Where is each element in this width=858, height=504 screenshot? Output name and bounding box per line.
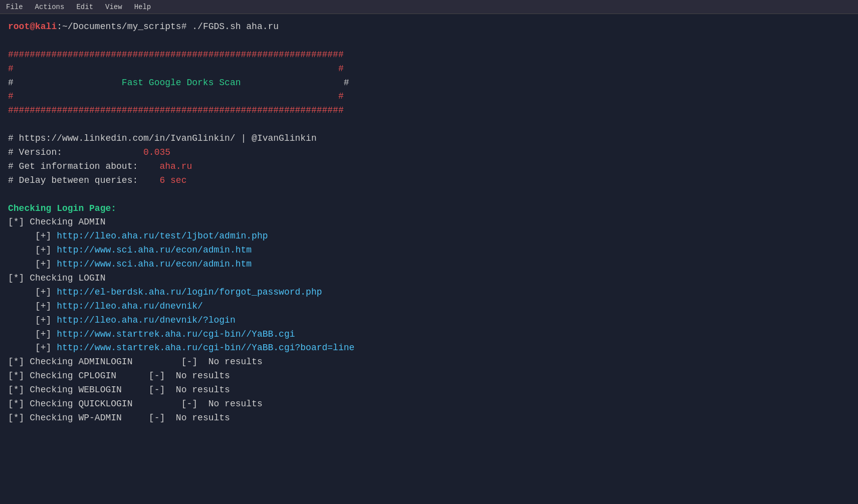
section-header: Checking Login Page: [8, 202, 850, 216]
menu-edit[interactable]: Edit [74, 2, 95, 12]
prompt-line: root@kali:~/Documents/my_scripts# ./FGDS… [8, 20, 850, 34]
spacer-1 [8, 34, 850, 48]
hash-line-1: # # [8, 62, 850, 76]
prompt-path: :~/Documents/my_scripts [57, 22, 181, 32]
result-login-3: [+] http://lleo.aha.ru/dnevnik/?login [8, 314, 850, 328]
check-wpadmin: [*] Checking WP-ADMIN [-] No results [8, 411, 850, 425]
check-quicklogin: [*] Checking QUICKLOGIN [-] No results [8, 397, 850, 411]
border-bottom: ########################################… [8, 104, 850, 118]
result-login-4: [+] http://www.startrek.aha.ru/cgi-bin//… [8, 328, 850, 342]
menu-view[interactable]: View [103, 2, 124, 12]
hash-line-2: # # [8, 90, 850, 104]
spacer-2 [8, 118, 850, 132]
result-login-1: [+] http://el-berdsk.aha.ru/login/forgot… [8, 286, 850, 300]
menubar: File Actions Edit View Help [0, 0, 858, 14]
check-adminlogin: [*] Checking ADMINLOGIN [-] No results [8, 355, 850, 369]
check-login: [*] Checking LOGIN [8, 272, 850, 286]
version-line: # Version: 0.035 [8, 146, 850, 160]
terminal: root@kali:~/Documents/my_scripts# ./FGDS… [0, 14, 858, 431]
result-login-5: [+] http://www.startrek.aha.ru/cgi-bin//… [8, 341, 850, 355]
menu-actions[interactable]: Actions [33, 2, 67, 12]
title-line: # Fast Google Dorks Scan # [8, 76, 850, 90]
result-admin-2: [+] http://www.sci.aha.ru/econ/admin.htm [8, 243, 850, 258]
delay-line: # Delay between queries: 6 sec [8, 174, 850, 188]
menu-file[interactable]: File [4, 2, 25, 12]
result-admin-3: [+] http://www.sci.aha.ru/econ/admin.htm [8, 258, 850, 272]
menu-help[interactable]: Help [132, 2, 153, 12]
result-login-2: [+] http://lleo.aha.ru/dnevnik/ [8, 300, 850, 314]
check-weblogin: [*] Checking WEBLOGIN [-] No results [8, 383, 850, 397]
target-line: # Get information about: aha.ru [8, 160, 850, 174]
check-admin: [*] Checking ADMIN [8, 215, 850, 229]
border-top: ########################################… [8, 48, 850, 62]
spacer-3 [8, 188, 850, 202]
prompt-symbol: # [181, 22, 187, 32]
prompt-user: root@kali [8, 22, 57, 32]
prompt-command: ./FGDS.sh aha.ru [186, 22, 279, 32]
result-admin-1: [+] http://lleo.aha.ru/test/ljbot/admin.… [8, 229, 850, 243]
linkedin-line: # https://www.linkedin.com/in/IvanGlinki… [8, 132, 850, 146]
check-cplogin: [*] Checking CPLOGIN [-] No results [8, 369, 850, 383]
